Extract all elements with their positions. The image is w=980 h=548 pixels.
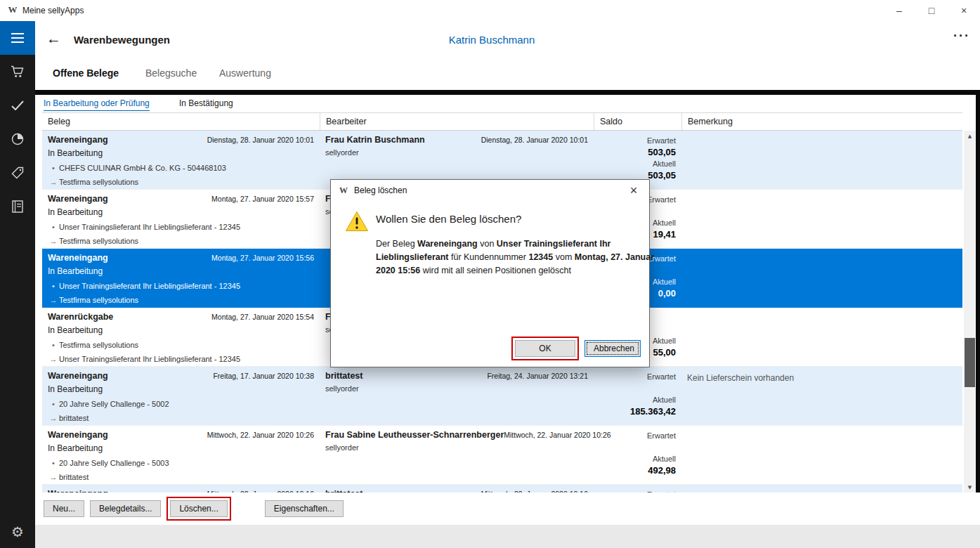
footer-strip — [35, 525, 980, 548]
subitem-text: Testfirma sellysolutions — [59, 237, 138, 245]
vertical-scrollbar[interactable]: ▲ ▼ — [964, 131, 976, 492]
editor-app: sellyorder — [325, 148, 588, 157]
subitem-text: Unser Trainingslieferant Ihr Lieblingsli… — [59, 355, 240, 363]
doc-subitem: →Testfirma sellysolutions — [48, 178, 314, 186]
doc-status: In Bearbeitung — [48, 148, 314, 158]
doc-status: In Bearbeitung — [48, 384, 314, 394]
belegdetails-button[interactable]: Belegdetails... — [90, 500, 161, 517]
subitem-marker-icon: → — [48, 237, 59, 245]
column-header-bearbeiter[interactable]: Bearbeiter — [320, 113, 594, 130]
tab-belegsuche[interactable]: Belegsuche — [145, 67, 197, 79]
dialog-titlebar: W Beleg löschen × — [331, 180, 649, 201]
subitem-marker-icon: • — [48, 459, 59, 467]
dialog-title: Beleg löschen — [354, 185, 407, 195]
expected-label: Erwartet — [599, 372, 676, 381]
subitem-marker-icon: → — [48, 296, 59, 304]
editor-date: Freitag, 24. Januar 2020 13:21 — [487, 372, 588, 380]
maximize-button[interactable]: □ — [915, 0, 948, 21]
beleg-cell: WareneingangMittwoch, 22. Januar 2020 10… — [42, 485, 320, 492]
dialog-heading: Wollen Sie den Beleg löschen? — [376, 213, 521, 225]
subitem-marker-icon: → — [48, 355, 59, 363]
bemerkung-cell — [681, 131, 962, 189]
beleg-cell: WareneingangDienstag, 28. Januar 2020 10… — [42, 131, 320, 189]
eigenschaften-button[interactable]: Eigenschaften... — [265, 500, 344, 517]
filter-in-bestaetigung[interactable]: In Bestätigung — [179, 98, 233, 108]
doc-date: Mittwoch, 22. Januar 2020 10:26 — [207, 431, 314, 439]
cancel-button[interactable]: Abbrechen — [584, 340, 641, 357]
doc-type: Wareneingang — [48, 194, 108, 204]
doc-date: Montag, 27. Januar 2020 15:56 — [211, 254, 314, 262]
editor-name: brittatest — [325, 371, 362, 381]
doc-subitem: •CHEFS CULINAR GmbH & Co. KG - 504468103 — [48, 164, 314, 172]
ok-button[interactable]: OK — [515, 340, 575, 357]
subitem-marker-icon: • — [48, 282, 59, 290]
doc-subitem: →Unser Trainingslieferant Ihr Lieblingsl… — [48, 355, 314, 363]
column-header-saldo[interactable]: Saldo — [594, 113, 681, 130]
annotation-box-ok: OK — [511, 337, 579, 360]
more-menu-icon[interactable]: ··· — [953, 29, 970, 44]
actual-label: Aktuell — [599, 396, 676, 405]
editor-line: brittatestFreitag, 24. Januar 2020 13:21 — [325, 371, 588, 381]
doc-title-line: WareneingangMontag, 27. Januar 2020 15:5… — [48, 253, 314, 263]
neu-button[interactable]: Neu... — [44, 500, 84, 517]
beleg-cell: WareneingangMontag, 27. Januar 2020 15:5… — [42, 190, 320, 248]
scrollbar-thumb[interactable] — [965, 338, 975, 387]
doc-type: Wareneingang — [48, 253, 108, 263]
doc-type: Wareneingang — [48, 371, 108, 381]
scrollbar-track[interactable] — [964, 141, 976, 482]
check-icon — [11, 100, 24, 110]
beleg-cell: WareneingangMittwoch, 22. Januar 2020 10… — [42, 426, 320, 484]
subitem-text: Testfirma sellysolutions — [59, 178, 138, 186]
warning-triangle-icon — [345, 211, 369, 235]
doc-date: Dienstag, 28. Januar 2020 10:01 — [207, 136, 314, 144]
editor-line: Frau Katrin BuschmannDienstag, 28. Janua… — [325, 135, 588, 145]
minimize-button[interactable]: – — [883, 0, 915, 21]
doc-subitem: •Testfirma sellysolutions — [48, 341, 314, 349]
scroll-down-button[interactable]: ▼ — [964, 482, 976, 492]
doc-status: In Bearbeitung — [48, 443, 314, 453]
column-header-bemerkung[interactable]: Bemerkung — [681, 113, 962, 130]
dialog-body-segment: von — [478, 239, 497, 249]
tab-offene-belege[interactable]: Offene Belege — [53, 67, 119, 79]
loeschen-button[interactable]: Löschen... — [170, 500, 227, 517]
sidebar-item-tasks[interactable] — [0, 89, 35, 122]
tab-auswertung[interactable]: Auswertung — [219, 67, 271, 79]
app-window: W Meine sellyApps – □ × — [0, 0, 980, 548]
dialog-body-segment: 12345 — [528, 252, 553, 262]
back-button[interactable]: ← — [46, 30, 61, 47]
column-header-beleg[interactable]: Beleg — [42, 113, 320, 130]
dialog-close-button[interactable]: × — [618, 180, 649, 201]
scroll-up-button[interactable]: ▲ — [964, 131, 976, 141]
close-button[interactable]: × — [948, 0, 980, 21]
pie-chart-icon — [11, 133, 24, 145]
table-row[interactable]: WareneingangFreitag, 17. Januar 2020 10:… — [42, 367, 962, 426]
editor-date: Dienstag, 28. Januar 2020 10:01 — [481, 136, 588, 144]
editor-name: Frau Sabine Leutheusser-Schnarrenberger — [325, 430, 504, 440]
current-user[interactable]: Katrin Buschmann — [425, 34, 558, 46]
sidebar-item-cart[interactable] — [0, 55, 35, 89]
actual-label: Aktuell — [599, 455, 676, 464]
bottom-toolbar: Neu... Belegdetails... Löschen... Eigens… — [35, 492, 980, 525]
dialog-body-segment: vom — [553, 252, 575, 262]
subitem-text: Testfirma sellysolutions — [59, 296, 138, 304]
table-row[interactable]: WareneingangMittwoch, 22. Januar 2020 10… — [42, 485, 962, 492]
sidebar-item-ledger[interactable] — [0, 190, 35, 223]
saldo-cell: ErwartetAktuell492,98 — [594, 426, 681, 484]
subitem-text: brittatest — [59, 473, 89, 481]
bearbeiter-cell: brittatestFreitag, 24. Januar 2020 13:21… — [320, 367, 594, 425]
filter-in-bearbeitung[interactable]: In Bearbeitung oder Prüfung — [44, 98, 150, 111]
doc-title-line: WareneingangMontag, 27. Januar 2020 15:5… — [48, 194, 314, 204]
doc-subitem: •Unser Trainingslieferant Ihr Lieblingsl… — [48, 282, 314, 290]
app-logo-icon: W — [7, 4, 18, 15]
sidebar-item-prices[interactable] — [0, 156, 35, 190]
doc-subitem: →Testfirma sellysolutions — [48, 296, 314, 304]
doc-subitem: →brittatest — [48, 414, 314, 422]
sidebar-item-reports[interactable] — [0, 122, 35, 156]
bemerkung-cell — [681, 190, 962, 248]
doc-title-line: WareneingangFreitag, 17. Januar 2020 10:… — [48, 371, 314, 381]
table-row[interactable]: WareneingangMittwoch, 22. Januar 2020 10… — [42, 426, 962, 485]
settings-gear-icon[interactable]: ⚙ — [0, 520, 35, 544]
doc-title-line: WareneingangMittwoch, 22. Januar 2020 10… — [48, 430, 314, 440]
doc-date: Montag, 27. Januar 2020 15:54 — [211, 313, 314, 321]
menu-button[interactable] — [0, 21, 35, 55]
